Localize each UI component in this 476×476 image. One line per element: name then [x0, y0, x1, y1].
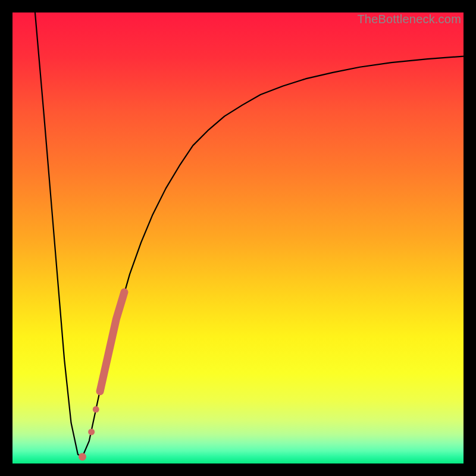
- marker-dot: [88, 428, 95, 435]
- watermark-text: TheBottleneck.com: [357, 12, 461, 26]
- chart-svg: [12, 12, 464, 464]
- plot-area: TheBottleneck.com: [12, 12, 464, 464]
- gradient-bg: [12, 12, 464, 464]
- marker-dot: [79, 453, 86, 461]
- chart-frame: TheBottleneck.com: [0, 0, 476, 476]
- marker-dot: [93, 406, 99, 413]
